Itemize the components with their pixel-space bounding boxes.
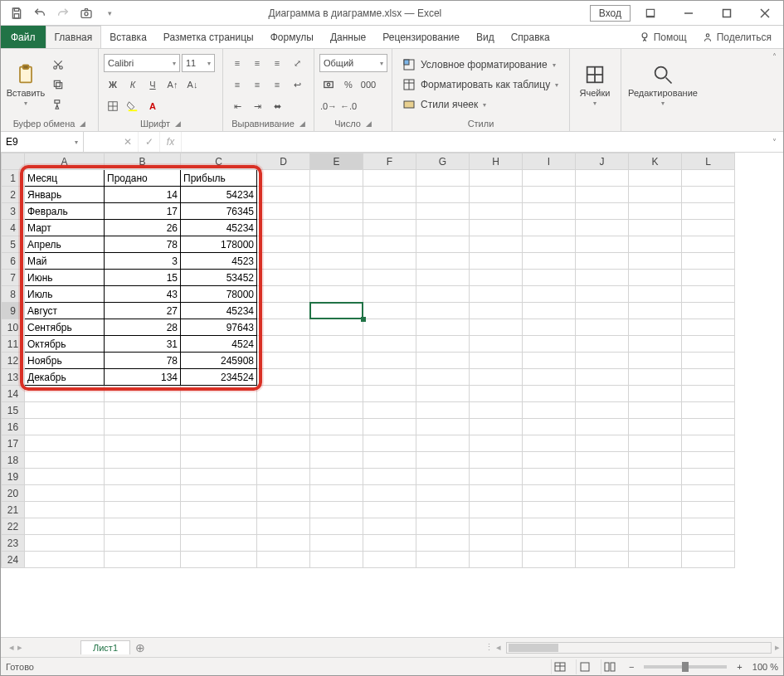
font-color-icon[interactable]: A (144, 97, 162, 115)
cell[interactable] (310, 303, 363, 319)
cell[interactable] (257, 353, 310, 369)
cell[interactable] (181, 402, 257, 419)
minimize-icon[interactable] (670, 1, 707, 26)
cell[interactable] (257, 286, 310, 303)
column-header[interactable]: D (257, 153, 310, 170)
tab-page-layout[interactable]: Разметка страницы (155, 26, 262, 48)
alignment-launcher-icon[interactable]: ◢ (299, 119, 305, 128)
cell[interactable]: 4524 (181, 336, 257, 353)
italic-button[interactable]: К (124, 75, 142, 94)
row-header[interactable]: 2 (2, 187, 25, 203)
cell[interactable] (363, 435, 416, 452)
cell[interactable] (257, 518, 310, 535)
cell[interactable] (629, 236, 682, 253)
cell[interactable] (523, 270, 576, 286)
cell[interactable]: 3 (105, 253, 181, 270)
cell[interactable] (576, 552, 629, 568)
decrease-indent-icon[interactable]: ⇤ (228, 97, 246, 115)
cell[interactable] (310, 236, 363, 253)
row-header[interactable]: 12 (2, 353, 25, 369)
cell[interactable] (576, 369, 629, 386)
cell[interactable] (576, 518, 629, 535)
cell[interactable] (470, 303, 523, 319)
cell[interactable] (682, 535, 735, 552)
cell[interactable] (105, 386, 181, 402)
editing-button[interactable]: Редактирование ▾ (626, 52, 699, 117)
cell[interactable] (576, 419, 629, 435)
cell[interactable] (416, 435, 470, 452)
cell[interactable] (257, 485, 310, 502)
conditional-formatting-button[interactable]: Условное форматирование▾ (397, 56, 563, 73)
cell[interactable] (470, 353, 523, 369)
cell[interactable] (416, 220, 470, 236)
cell[interactable] (363, 236, 416, 253)
cell[interactable] (576, 402, 629, 419)
cell[interactable]: 78000 (181, 286, 257, 303)
formula-input[interactable] (182, 132, 765, 152)
row-header[interactable]: 15 (2, 402, 25, 419)
cell[interactable] (363, 402, 416, 419)
orientation-icon[interactable]: ⤢ (288, 54, 306, 72)
format-painter-icon[interactable] (49, 95, 67, 114)
align-left-icon[interactable]: ≡ (228, 75, 246, 94)
cell[interactable] (257, 402, 310, 419)
cell[interactable] (576, 187, 629, 203)
cell[interactable] (416, 187, 470, 203)
close-icon[interactable] (747, 1, 783, 26)
cell[interactable] (682, 435, 735, 452)
save-icon[interactable] (6, 2, 27, 24)
cell[interactable] (629, 270, 682, 286)
cell[interactable] (682, 469, 735, 485)
cell[interactable] (576, 469, 629, 485)
row-header[interactable]: 13 (2, 369, 25, 386)
row-header[interactable]: 18 (2, 452, 25, 469)
cell[interactable] (523, 336, 576, 353)
cell[interactable] (416, 369, 470, 386)
borders-icon[interactable] (104, 97, 122, 115)
row-header[interactable]: 3 (2, 203, 25, 220)
cell[interactable]: Сентябрь (25, 319, 105, 336)
cell[interactable] (523, 187, 576, 203)
cell[interactable]: Месяц (25, 170, 105, 187)
cell[interactable] (523, 253, 576, 270)
paste-button[interactable]: Вставить ▾ (6, 52, 46, 117)
cell[interactable] (25, 452, 105, 469)
cell[interactable] (310, 386, 363, 402)
row-header[interactable]: 20 (2, 485, 25, 502)
row-header[interactable]: 19 (2, 469, 25, 485)
maximize-icon[interactable] (709, 1, 745, 26)
row-header[interactable]: 9 (2, 303, 25, 319)
cell[interactable]: 53452 (181, 270, 257, 286)
cell[interactable] (629, 435, 682, 452)
cell[interactable] (682, 236, 735, 253)
tab-home[interactable]: Главная (46, 26, 102, 48)
cell[interactable] (523, 319, 576, 336)
cell[interactable] (25, 518, 105, 535)
cell[interactable] (105, 535, 181, 552)
cell[interactable] (470, 187, 523, 203)
cell[interactable] (416, 402, 470, 419)
collapse-ribbon-icon[interactable]: ˄ (765, 49, 783, 131)
cell[interactable] (682, 253, 735, 270)
cell[interactable] (181, 435, 257, 452)
tab-file[interactable]: Файл (1, 26, 46, 48)
zoom-slider[interactable] (644, 665, 727, 669)
row-header[interactable]: 16 (2, 419, 25, 435)
column-header[interactable]: F (363, 153, 416, 170)
cell[interactable] (682, 402, 735, 419)
cell[interactable] (576, 353, 629, 369)
cell[interactable] (523, 518, 576, 535)
cell[interactable] (416, 452, 470, 469)
cell[interactable] (523, 502, 576, 518)
row-header[interactable]: 23 (2, 535, 25, 552)
cell[interactable] (416, 253, 470, 270)
align-top-icon[interactable]: ≡ (228, 54, 246, 72)
cell[interactable] (257, 253, 310, 270)
cell[interactable] (629, 485, 682, 502)
cell[interactable] (363, 386, 416, 402)
cell[interactable] (682, 518, 735, 535)
row-header[interactable]: 1 (2, 170, 25, 187)
ribbon-options-icon[interactable] (632, 1, 669, 26)
cell[interactable] (629, 336, 682, 353)
cell[interactable] (181, 485, 257, 502)
